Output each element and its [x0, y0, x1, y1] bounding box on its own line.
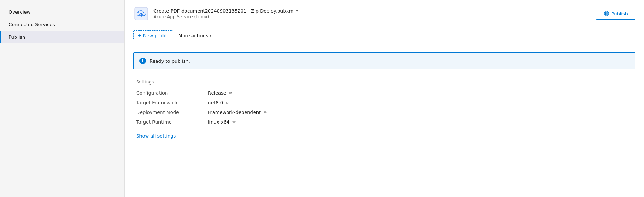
profile-name: Create-PDF-document20240903135201 - Zip … — [153, 8, 295, 14]
header: Create-PDF-document20240903135201 - Zip … — [125, 0, 644, 26]
runtime-value: linux-x64 — [208, 119, 229, 125]
settings-row-runtime: Target Runtime linux-x64 ✏ — [136, 119, 633, 125]
settings-row-configuration: Configuration Release ✏ — [136, 90, 633, 96]
framework-value-wrap: net8.0 ✏ — [208, 100, 229, 105]
config-edit-icon[interactable]: ✏ — [229, 91, 233, 96]
settings-section-label: Settings — [136, 80, 633, 85]
new-profile-plus-icon: + — [137, 33, 142, 38]
show-all-settings-link[interactable]: Show all settings — [136, 133, 176, 139]
sidebar-item-publish-label: Publish — [9, 34, 25, 40]
more-actions-arrow-icon: ▾ — [209, 34, 211, 38]
settings-section: Settings Configuration Release ✏ Target … — [133, 80, 635, 139]
toolbar: + New profile More actions ▾ — [125, 26, 644, 45]
deployment-value-wrap: Framework-dependent ✏ — [208, 110, 267, 115]
profile-dropdown-arrow[interactable]: ▾ — [296, 9, 298, 13]
publish-button[interactable]: Publish — [596, 8, 635, 20]
settings-row-deployment-mode: Deployment Mode Framework-dependent ✏ — [136, 110, 633, 115]
header-subtitle: Azure App Service (Linux) — [153, 14, 298, 19]
info-banner: i Ready to publish. — [133, 52, 635, 69]
sidebar: Overview Connected Services Publish — [0, 0, 125, 197]
sidebar-item-overview[interactable]: Overview — [0, 6, 124, 18]
globe-icon — [603, 11, 609, 16]
sidebar-item-overview-label: Overview — [9, 9, 30, 15]
cloud-upload-icon — [134, 6, 148, 21]
framework-edit-icon[interactable]: ✏ — [226, 100, 229, 105]
settings-table: Configuration Release ✏ Target Framework… — [136, 90, 633, 125]
deployment-key: Deployment Mode — [136, 110, 208, 115]
more-actions-label: More actions — [178, 33, 208, 38]
new-profile-label: New profile — [143, 33, 170, 38]
sidebar-item-connected-services-label: Connected Services — [9, 22, 55, 27]
sidebar-item-publish[interactable]: Publish — [0, 31, 124, 43]
header-left: Create-PDF-document20240903135201 - Zip … — [133, 6, 298, 21]
sidebar-item-connected-services[interactable]: Connected Services — [0, 18, 124, 31]
deployment-edit-icon[interactable]: ✏ — [264, 110, 267, 115]
deployment-value: Framework-dependent — [208, 110, 261, 115]
runtime-key: Target Runtime — [136, 119, 208, 125]
info-banner-text: Ready to publish. — [150, 58, 190, 64]
config-key: Configuration — [136, 90, 208, 96]
header-title: Create-PDF-document20240903135201 - Zip … — [153, 8, 298, 14]
framework-key: Target Framework — [136, 100, 208, 105]
config-value-wrap: Release ✏ — [208, 90, 233, 96]
content-area: i Ready to publish. Settings Configurati… — [125, 45, 644, 197]
main-panel: Create-PDF-document20240903135201 - Zip … — [125, 0, 644, 197]
runtime-edit-icon[interactable]: ✏ — [232, 120, 236, 125]
runtime-value-wrap: linux-x64 ✏ — [208, 119, 236, 125]
new-profile-button[interactable]: + New profile — [133, 30, 173, 40]
settings-row-framework: Target Framework net8.0 ✏ — [136, 100, 633, 105]
framework-value: net8.0 — [208, 100, 223, 105]
header-title-block: Create-PDF-document20240903135201 - Zip … — [153, 8, 298, 19]
info-icon: i — [139, 58, 146, 64]
more-actions-button[interactable]: More actions ▾ — [175, 31, 215, 40]
config-value: Release — [208, 90, 226, 96]
publish-button-label: Publish — [611, 11, 628, 16]
cloud-icon-wrap — [133, 6, 149, 21]
